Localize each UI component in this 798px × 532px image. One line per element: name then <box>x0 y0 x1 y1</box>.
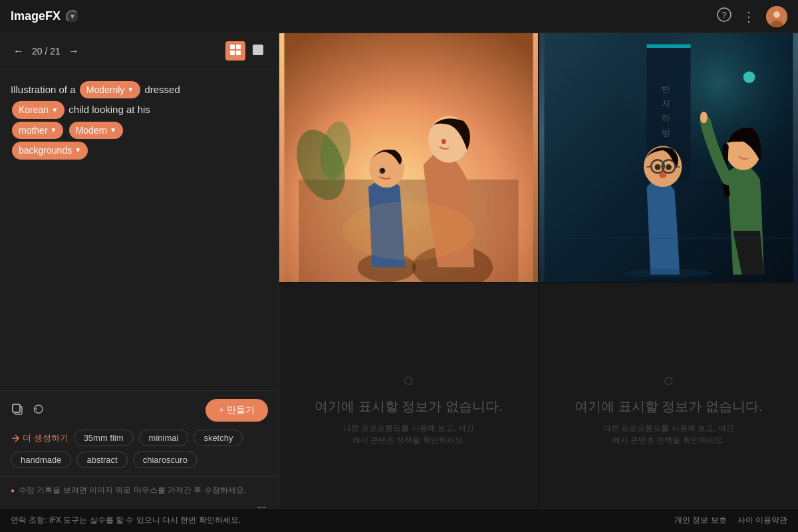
svg-point-34 <box>743 71 755 83</box>
tag-caret-1: ▼ <box>127 84 134 95</box>
empty-icon-right: ○ <box>663 370 674 391</box>
topnav-right: ? ⋮ <box>717 6 787 27</box>
help-button[interactable]: ? <box>717 7 732 25</box>
history-hint: ● 수정 기록을 보려면 이미지 위로 마우스를 가져간 후 수정하세요. <box>11 485 268 496</box>
svg-rect-7 <box>230 51 235 55</box>
prompt-tag-backgrounds[interactable]: backgrounds ▼ <box>12 142 88 159</box>
hint-icon: ● <box>11 487 15 494</box>
svg-text:지: 지 <box>662 98 670 108</box>
svg-text:?: ? <box>722 10 726 20</box>
panel-top: ← 20 / 21 → <box>0 33 279 69</box>
svg-point-3 <box>773 11 780 18</box>
svg-rect-9 <box>253 45 263 55</box>
illustration-topleft <box>279 33 538 282</box>
svg-line-42 <box>675 166 680 167</box>
prev-arrow[interactable]: ← <box>11 44 27 59</box>
style-minimal[interactable]: minimal <box>139 430 189 446</box>
empty-cell-right: ○ 여기에 표시할 정보가 없습니다. 다른 프로프롬드를 사용해 보고, 여긴… <box>539 283 798 532</box>
svg-text:반: 반 <box>662 84 670 94</box>
svg-point-22 <box>382 169 384 171</box>
empty-title-right: 여기에 표시할 정보가 없습니다. <box>575 398 762 416</box>
svg-rect-6 <box>236 45 241 49</box>
style-abstract[interactable]: abstract <box>76 452 127 468</box>
nav-arrows: ← 20 / 21 → <box>11 44 82 59</box>
image-cell-topright[interactable]: 반 지 하 방 <box>539 33 798 282</box>
svg-point-45 <box>659 172 666 178</box>
prompt-middle2: child looking at his <box>68 104 150 115</box>
svg-point-43 <box>655 164 661 170</box>
bottom-left-text: 연락 조항: iFX 도구는 실수를 할 수 있으니 다시 한번 확인하세요. <box>11 515 241 526</box>
svg-text:하: 하 <box>662 113 670 123</box>
topnav-left: ImageFX ▼ <box>11 9 79 23</box>
more-icon: ⋮ <box>742 9 755 25</box>
grid-view-btn[interactable] <box>225 41 245 61</box>
single-view-btn[interactable] <box>248 41 268 61</box>
left-panel: ← 20 / 21 → <box>0 33 279 532</box>
empty-icon-left: ○ <box>403 370 414 391</box>
page-indicator: 20 / 21 <box>32 46 61 57</box>
prompt-dressed: dressed <box>144 84 180 95</box>
prompt-prefix: Illustration of a <box>11 84 76 95</box>
image-cell-topleft[interactable] <box>279 33 538 282</box>
empty-cell-left: ○ 여기에 표시할 정보가 없습니다. 다른 프로프롬드를 사용해 보고, 여긴… <box>279 283 538 532</box>
terms-link[interactable]: 사이 이용약관 <box>737 515 787 526</box>
svg-rect-8 <box>236 51 241 55</box>
tag-caret-5: ▼ <box>74 145 81 156</box>
svg-point-44 <box>666 164 672 170</box>
prompt-tag-modernly[interactable]: Modernly ▼ <box>80 81 141 98</box>
privacy-link[interactable]: 개인 정보 보호 <box>674 515 727 526</box>
main-layout: ← 20 / 21 → <box>0 33 798 532</box>
make-button[interactable]: + 만들기 <box>205 399 268 422</box>
copy-button[interactable] <box>11 402 24 419</box>
style-35mm[interactable]: 35mm film <box>74 430 134 446</box>
bottom-bar: 연락 조항: iFX 도구는 실수를 할 수 있으니 다시 한번 확인하세요. … <box>0 508 798 532</box>
style-handmade[interactable]: handmade <box>11 452 71 468</box>
image-cell-bottomleft: ○ 여기에 표시할 정보가 없습니다. 다른 프로프롬드를 사용해 보고, 여긴… <box>279 283 538 532</box>
icon-btns <box>11 402 45 419</box>
bottom-actions: + 만들기 더 생성하기 35mm film minimal sketchy h… <box>0 390 279 476</box>
prompt-tag-mother[interactable]: mother ▼ <box>12 122 63 139</box>
svg-rect-33 <box>647 45 691 49</box>
refresh-button[interactable] <box>32 402 45 419</box>
next-arrow[interactable]: → <box>66 44 82 59</box>
topnav: ImageFX ▼ ? ⋮ <box>0 0 798 33</box>
prompt-text: Illustration of a Modernly ▼ dressed Kor… <box>11 80 268 161</box>
tag-caret-3: ▼ <box>51 125 57 136</box>
svg-text:방: 방 <box>662 128 670 138</box>
menu-button[interactable]: ⋮ <box>742 9 755 25</box>
illustration-topright: 반 지 하 방 <box>539 33 798 282</box>
app-title: ImageFX <box>11 9 61 23</box>
svg-rect-11 <box>13 404 20 412</box>
right-content: 반 지 하 방 <box>279 33 798 532</box>
tag-caret-2: ▼ <box>51 105 58 116</box>
logo-dropdown[interactable]: ▼ <box>66 10 79 23</box>
svg-point-46 <box>625 269 713 277</box>
svg-point-18 <box>442 139 446 144</box>
image-cell-bottomright: ○ 여기에 표시할 정보가 없습니다. 다른 프로프롬드를 사용해 보고, 여긴… <box>539 283 798 532</box>
help-icon: ? <box>717 7 732 25</box>
bottom-bar-right: 개인 정보 보호 사이 이용약관 <box>674 515 787 526</box>
hint-text: 수정 기록을 보려면 이미지 위로 마우스를 가져간 후 수정하세요. <box>19 485 246 496</box>
style-chiaroscuro[interactable]: chiaroscuro <box>133 452 198 468</box>
empty-title-left: 여기에 표시할 정보가 없습니다. <box>315 398 502 416</box>
svg-point-36 <box>700 112 708 124</box>
svg-line-41 <box>647 166 652 167</box>
prompt-tag-modern[interactable]: Modern ▼ <box>69 122 123 139</box>
empty-desc-left: 다른 프로프롬드를 사용해 보고, 여긴에서 콘텐츠 정책을 확인하세요. <box>342 422 475 446</box>
tag-caret-4: ▼ <box>110 125 116 136</box>
svg-point-23 <box>343 201 475 260</box>
empty-desc-right: 다른 프로프롬드를 사용해 보고, 여긴에서 콘텐츠 정책을 확인하세요. <box>602 422 735 446</box>
prompt-tag-korean[interactable]: Korean ▼ <box>12 101 65 118</box>
avatar[interactable] <box>766 6 787 27</box>
view-toggle <box>225 41 268 61</box>
style-sketchy[interactable]: sketchy <box>194 430 243 446</box>
action-row: + 만들기 <box>11 399 268 422</box>
style-tags: 더 생성하기 35mm film minimal sketchy handmad… <box>11 430 268 468</box>
more-styles-btn[interactable]: 더 생성하기 <box>11 432 68 444</box>
prompt-area: Illustration of a Modernly ▼ dressed Kor… <box>0 69 279 390</box>
svg-rect-5 <box>230 45 235 49</box>
